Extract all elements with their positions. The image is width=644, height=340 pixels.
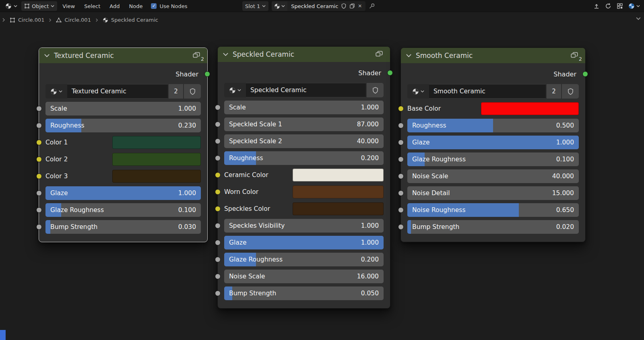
auto-render-cycle-icon[interactable]: [605, 3, 611, 9]
input-socket-gray[interactable]: [398, 224, 404, 230]
slider-roughness[interactable]: Roughness0.200: [224, 151, 384, 165]
breadcrumb-expand-icon[interactable]: [2, 18, 5, 22]
input-socket-yellow[interactable]: [398, 106, 404, 111]
input-socket-gray[interactable]: [36, 207, 42, 213]
use-nodes-checkbox[interactable]: ✓ Use Nodes: [151, 3, 187, 9]
menu-view[interactable]: View: [58, 1, 79, 11]
value-field-speckled-scale-1[interactable]: Speckled Scale 187.000: [224, 117, 384, 131]
input-socket-gray[interactable]: [215, 105, 221, 110]
input-socket-yellow[interactable]: [36, 157, 42, 162]
color-swatch[interactable]: [481, 102, 579, 115]
slider-glaze[interactable]: Glaze1.000: [224, 236, 384, 249]
color-swatch[interactable]: [112, 153, 201, 166]
slider-bump-strength[interactable]: Bump Strength0.030: [45, 220, 201, 234]
slider-roughness[interactable]: Roughness0.230: [45, 119, 201, 132]
value-field-noise-scale[interactable]: Noise Scale40.000: [407, 169, 579, 183]
value-field-scale[interactable]: Scale1.000: [224, 101, 384, 114]
unlink-material-icon[interactable]: ✕: [358, 3, 362, 9]
input-socket-gray[interactable]: [36, 190, 42, 196]
breadcrumb-mesh-data[interactable]: Circle.001: [56, 17, 91, 23]
shader-type-dropdown[interactable]: Object: [21, 1, 57, 11]
node-speckled-ceramic[interactable]: Speckled Ceramic Shader Speckled Ceramic…: [217, 46, 390, 309]
node-header[interactable]: Textured Ceramic 2: [39, 48, 207, 63]
shader-output-socket[interactable]: [582, 71, 588, 77]
input-socket-gray[interactable]: [215, 155, 221, 161]
collapse-chevron-icon[interactable]: [223, 52, 229, 56]
material-name-field[interactable]: Textured Ceramic: [67, 84, 168, 99]
value-field-noise-detail[interactable]: Noise Detail15.000: [407, 186, 579, 200]
value-field-speckles-visibility[interactable]: Speckles Visibility1.000: [224, 219, 384, 233]
material-users-count[interactable]: 2: [547, 84, 561, 99]
material-preview-dropdown[interactable]: [628, 3, 640, 9]
pin-icon[interactable]: [369, 3, 375, 9]
input-socket-gray[interactable]: [36, 106, 42, 111]
parent-node-tree-icon[interactable]: [593, 3, 600, 9]
node-smooth-ceramic[interactable]: Smooth Ceramic 2 Shader Smooth Ceramic 2…: [400, 47, 586, 242]
input-socket-gray[interactable]: [398, 173, 404, 179]
collapse-chevron-icon[interactable]: [44, 54, 50, 58]
material-name-field[interactable]: Speckled Ceramic: [246, 83, 366, 97]
color-swatch[interactable]: [112, 170, 201, 183]
input-socket-gray[interactable]: [398, 123, 404, 128]
input-socket-gray[interactable]: [215, 223, 221, 229]
snap-settings-icon[interactable]: [617, 3, 623, 9]
material-browse-button[interactable]: [224, 83, 246, 97]
slider-glaze[interactable]: Glaze1.000: [45, 186, 201, 200]
input-socket-gray[interactable]: [398, 190, 404, 196]
input-socket-gray[interactable]: [398, 140, 404, 145]
shader-output-socket[interactable]: [204, 71, 210, 77]
node-header[interactable]: Speckled Ceramic: [218, 47, 390, 62]
breadcrumb-material[interactable]: Speckled Ceramic: [103, 17, 158, 23]
node-header[interactable]: Smooth Ceramic 2: [401, 48, 585, 63]
slider-glaze[interactable]: Glaze1.000: [407, 136, 579, 149]
breadcrumb-object[interactable]: Circle.001: [10, 17, 44, 23]
fake-user-shield-button[interactable]: [367, 83, 384, 97]
input-socket-yellow[interactable]: [215, 206, 221, 212]
input-socket-gray[interactable]: [36, 224, 42, 230]
material-browse-button[interactable]: [407, 84, 429, 99]
color-swatch[interactable]: [293, 202, 384, 215]
input-socket-gray[interactable]: [398, 157, 404, 162]
input-socket-gray[interactable]: [398, 207, 404, 213]
material-name-field[interactable]: Speckled Ceramic: [291, 3, 338, 9]
input-socket-gray[interactable]: [215, 291, 221, 296]
input-socket-gray[interactable]: [215, 240, 221, 245]
sidebar-toggle-icon[interactable]: [636, 17, 641, 20]
slider-noise-roughness[interactable]: Noise Roughness0.650: [407, 203, 579, 217]
slider-glaze-roughness[interactable]: Glaze Roughness0.100: [407, 152, 579, 166]
input-socket-yellow[interactable]: [36, 140, 42, 145]
material-name-field[interactable]: Smooth Ceramic: [429, 84, 546, 99]
input-socket-gray[interactable]: [215, 122, 221, 127]
slider-bump-strength[interactable]: Bump Strength0.050: [224, 286, 384, 300]
input-socket-gray[interactable]: [215, 274, 221, 279]
value-field-scale[interactable]: Scale1.000: [45, 102, 201, 115]
material-users-count[interactable]: 2: [169, 84, 183, 99]
input-socket-gray[interactable]: [36, 123, 42, 128]
value-field-noise-scale[interactable]: Noise Scale16.000: [224, 270, 384, 283]
input-socket-yellow[interactable]: [215, 189, 221, 195]
menu-add[interactable]: Add: [105, 1, 124, 11]
editor-type-button[interactable]: [2, 1, 20, 11]
input-socket-gray[interactable]: [215, 257, 221, 262]
color-swatch[interactable]: [112, 136, 201, 149]
collapse-chevron-icon[interactable]: [406, 54, 412, 58]
value-field-speckled-scale-2[interactable]: Speckled Scale 240.000: [224, 134, 384, 148]
fake-user-shield-button[interactable]: [184, 84, 201, 99]
material-browse-button[interactable]: [272, 1, 287, 11]
input-socket-yellow[interactable]: [215, 172, 221, 178]
slider-glaze-roughness[interactable]: Glaze Roughness0.100: [45, 203, 201, 217]
input-socket-gray[interactable]: [215, 138, 221, 144]
color-swatch[interactable]: [293, 185, 384, 198]
material-browse-button[interactable]: [45, 84, 67, 99]
slider-bump-strength[interactable]: Bump Strength0.020: [407, 220, 579, 234]
color-swatch[interactable]: [293, 169, 384, 181]
slider-glaze-roughness[interactable]: Glaze Roughness0.200: [224, 253, 384, 266]
slider-roughness[interactable]: Roughness0.500: [407, 119, 579, 132]
menu-select[interactable]: Select: [80, 1, 104, 11]
fake-user-shield-button[interactable]: [562, 84, 579, 99]
menu-node[interactable]: Node: [125, 1, 147, 11]
shader-output-socket[interactable]: [387, 70, 393, 76]
fake-user-shield-icon[interactable]: [341, 3, 347, 9]
node-textured-ceramic[interactable]: Textured Ceramic 2 Shader Textured Ceram…: [39, 47, 208, 242]
duplicate-material-icon[interactable]: [349, 3, 355, 9]
